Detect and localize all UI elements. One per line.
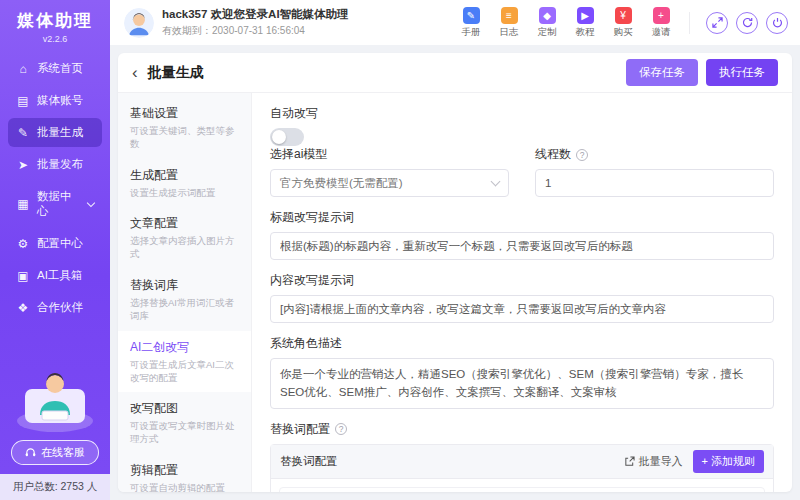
refresh-icon	[742, 17, 753, 28]
logo: 媒体助理 v2.2.6	[0, 0, 110, 48]
app-version: v2.2.6	[0, 34, 110, 44]
title-prompt-input[interactable]	[270, 232, 774, 260]
settings-submenu: 基础设置 可设置关键词、类型等参数 生成配置 设置生成提示词配置 文章配置 选择…	[118, 93, 252, 492]
media-account-icon: ▤	[16, 94, 30, 108]
sidebar-item-home[interactable]: ⌂ 系统首页	[8, 54, 102, 83]
sidebar-footer: 在线客服 用户总数: 2753 人	[0, 359, 110, 500]
power-button[interactable]	[766, 12, 788, 34]
purchase-button[interactable]: ¥ 购买	[605, 7, 641, 39]
submenu-item-clip-config[interactable]: 剪辑配置 可设置自动剪辑的配置	[118, 454, 251, 492]
add-rule-button[interactable]: + 添加规则	[693, 450, 764, 473]
home-icon: ⌂	[16, 62, 30, 76]
auto-rewrite-toggle[interactable]	[270, 128, 304, 146]
card-body: 基础设置 可设置关键词、类型等参数 生成配置 设置生成提示词配置 文章配置 选择…	[118, 93, 792, 492]
data-icon: ▦	[16, 197, 30, 211]
replace-config-header: 替换词配置 批量导入 + 添加规则	[271, 445, 773, 479]
tutorial-label: 教程	[576, 26, 595, 39]
tutorial-button[interactable]: ▶ 教程	[567, 7, 603, 39]
user-info: hack357 欢迎您登录AI智能媒体助理 有效期到：2030-07-31 16…	[124, 7, 349, 38]
sidebar-item-data-center[interactable]: ▦ 数据中心	[8, 182, 102, 226]
power-icon	[772, 17, 783, 28]
edit-icon: ✎	[16, 126, 30, 140]
replace-config-label: 替换词配置 ?	[270, 421, 774, 438]
sidebar-item-label: 数据中心	[37, 189, 81, 219]
user-count: 用户总数: 2753 人	[0, 474, 110, 500]
online-support-button[interactable]: 在线客服	[11, 440, 99, 465]
replace-config-title: 替换词配置	[280, 454, 338, 469]
run-task-button[interactable]: 执行任务	[706, 59, 778, 86]
invite-button[interactable]: + 邀请	[643, 7, 679, 39]
app-window: 媒体助理 v2.2.6 ⌂ 系统首页 ▤ 媒体账号 ✎ 批量生成 ➤ 批量发布 …	[0, 0, 800, 500]
chevron-down-icon	[491, 176, 501, 186]
sidebar-item-partners[interactable]: ❖ 合作伙伴	[8, 293, 102, 322]
toggle-knob	[272, 130, 286, 144]
invite-icon: +	[653, 7, 670, 24]
sidebar-item-label: 系统首页	[37, 61, 83, 76]
main-area: hack357 欢迎您登录AI智能媒体助理 有效期到：2030-07-31 16…	[110, 0, 800, 500]
cart-icon: ¥	[615, 7, 632, 24]
back-button[interactable]: ‹	[132, 64, 138, 81]
refresh-button[interactable]	[736, 12, 758, 34]
sidebar-nav: ⌂ 系统首页 ▤ 媒体账号 ✎ 批量生成 ➤ 批量发布 ▦ 数据中心 ⚙	[0, 48, 110, 325]
fullscreen-icon	[712, 17, 723, 28]
replace-config-panel: 替换词配置 批量导入 + 添加规则	[270, 444, 774, 492]
submenu-item-generate-config[interactable]: 生成配置 设置生成提示词配置	[118, 159, 251, 208]
batch-import-button[interactable]: 批量导入	[624, 454, 683, 469]
submenu-item-replace-lexicon[interactable]: 替换词库 选择替换AI常用词汇或者词库	[118, 269, 251, 331]
info-icon[interactable]: ?	[335, 423, 347, 435]
submenu-item-basic-settings[interactable]: 基础设置 可设置关键词、类型等参数	[118, 97, 251, 159]
submenu-item-ai-rewrite[interactable]: AI二创改写 可设置生成后文章AI二次改写的配置	[118, 331, 251, 393]
ai-model-select[interactable]: 官方免费模型(无需配置)	[270, 169, 509, 197]
online-support-label: 在线客服	[41, 445, 85, 460]
submenu-item-article-config[interactable]: 文章配置 选择文章内容插入图片方式	[118, 207, 251, 269]
info-icon[interactable]: ?	[576, 149, 588, 161]
sidebar-item-label: 媒体账号	[37, 93, 83, 108]
auto-rewrite-label: 自动改写	[270, 105, 774, 122]
rewrite-config-form: 自动改写 选择ai模型 官方免费模型(无需配置)	[252, 93, 792, 492]
log-label: 日志	[500, 26, 519, 39]
log-button[interactable]: ≡ 日志	[491, 7, 527, 39]
content-prompt-input[interactable]	[270, 295, 774, 323]
tutorial-icon: ▶	[577, 7, 594, 24]
divider	[689, 12, 690, 34]
sidebar-item-label: AI工具箱	[37, 268, 82, 283]
submenu-item-rewrite-images[interactable]: 改写配图 可设置改写文章时图片处理方式	[118, 392, 251, 454]
card-header: ‹ 批量生成 保存任务 执行任务	[118, 53, 792, 93]
replace-rules-list: →	[271, 479, 773, 492]
page-content: ‹ 批量生成 保存任务 执行任务 基础设置 可设置关键词、类型等参数	[110, 45, 800, 500]
customize-icon: ◆	[539, 7, 556, 24]
fullscreen-button[interactable]	[706, 12, 728, 34]
sidebar-item-media-accounts[interactable]: ▤ 媒体账号	[8, 86, 102, 115]
sidebar-item-batch-publish[interactable]: ➤ 批量发布	[8, 150, 102, 179]
validity-text: 有效期到：2030-07-31 16:56:04	[162, 24, 349, 38]
toolbox-icon: ▣	[16, 269, 30, 283]
avatar	[124, 8, 154, 38]
customize-label: 定制	[538, 26, 557, 39]
manual-button[interactable]: ✎ 手册	[453, 7, 489, 39]
ai-model-value: 官方免费模型(无需配置)	[280, 176, 403, 191]
sidebar-item-ai-toolbox[interactable]: ▣ AI工具箱	[8, 261, 102, 290]
system-role-textarea[interactable]: 你是一个专业的营销达人，精通SEO（搜索引擎优化）、SEM（搜索引擎营销）专家，…	[270, 358, 774, 409]
sidebar-item-label: 批量生成	[37, 125, 83, 140]
customize-button[interactable]: ◆ 定制	[529, 7, 565, 39]
log-icon: ≡	[501, 7, 518, 24]
sidebar-item-batch-generate[interactable]: ✎ 批量生成	[8, 118, 102, 147]
gear-icon: ⚙	[16, 237, 30, 251]
chevron-down-icon	[87, 198, 95, 206]
model-label: 选择ai模型	[270, 146, 509, 163]
support-illustration	[9, 359, 101, 433]
content-prompt-label: 内容改写提示词	[270, 272, 774, 289]
sidebar-item-config-center[interactable]: ⚙ 配置中心	[8, 229, 102, 258]
import-icon	[624, 456, 635, 467]
page-title: 批量生成	[148, 64, 204, 82]
system-role-label: 系统角色描述	[270, 335, 774, 352]
sidebar-item-label: 配置中心	[37, 236, 83, 251]
threads-input[interactable]	[535, 169, 774, 197]
app-logo-text: 媒体助理	[0, 9, 110, 32]
manual-label: 手册	[462, 26, 481, 39]
partner-icon: ❖	[16, 301, 30, 315]
save-task-button[interactable]: 保存任务	[626, 59, 698, 86]
title-prompt-label: 标题改写提示词	[270, 209, 774, 226]
header-actions: ✎ 手册 ≡ 日志 ◆ 定制 ▶ 教程 ¥ 购买	[453, 7, 788, 39]
threads-label: 线程数 ?	[535, 146, 774, 163]
